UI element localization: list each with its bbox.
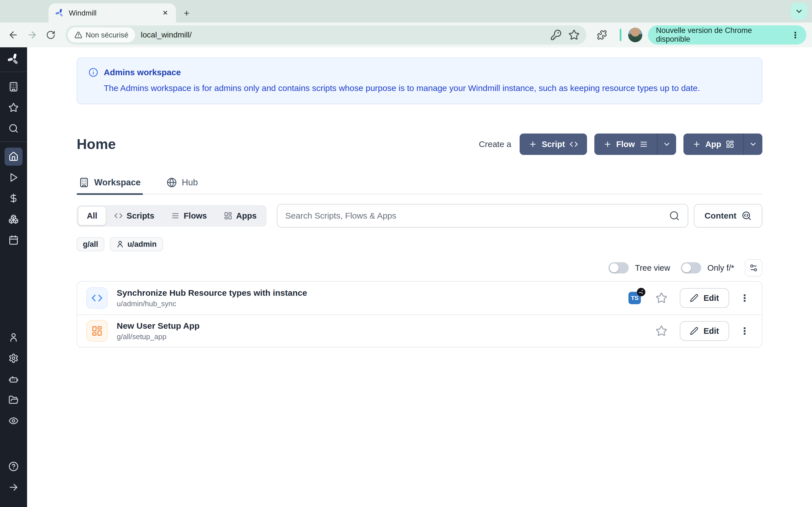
bookmark-star-icon[interactable] xyxy=(568,29,580,41)
forward-button[interactable] xyxy=(24,27,40,43)
browser-window: Windmill ✕ + Non sécurisé local_windmill… xyxy=(0,0,812,507)
url-bar[interactable]: Non sécurisé local_windmill/ xyxy=(65,25,587,45)
flow-dropdown-button[interactable] xyxy=(657,133,676,155)
sidebar-item-search[interactable] xyxy=(4,119,22,137)
list-item-setup-app[interactable]: New User Setup App g/all/setup_app Edit xyxy=(77,314,762,347)
sidebar-item-schedules[interactable] xyxy=(4,231,22,249)
app-dropdown-button[interactable] xyxy=(743,133,762,155)
search-code-icon xyxy=(742,211,752,221)
password-key-icon[interactable] xyxy=(550,29,562,41)
sidebar-divider xyxy=(0,71,27,72)
edit-button-label: Edit xyxy=(703,293,719,303)
boxes-icon xyxy=(8,214,18,224)
windmill-logo xyxy=(7,53,20,65)
sidebar-item-runs[interactable] xyxy=(4,168,22,186)
arrow-right-icon xyxy=(27,30,38,40)
content-search-button[interactable]: Content xyxy=(694,204,762,228)
browser-tab-windmill[interactable]: Windmill ✕ xyxy=(49,3,176,22)
sidebar-item-users[interactable] xyxy=(4,328,22,346)
star-icon xyxy=(8,103,18,113)
page-title: Home xyxy=(77,136,116,152)
create-flow-button[interactable]: Flow xyxy=(594,133,676,155)
tab-hub[interactable]: Hub xyxy=(164,177,200,194)
robot-icon xyxy=(8,374,18,384)
security-chip[interactable]: Non sécurisé xyxy=(68,27,135,43)
chrome-menu-icon[interactable]: ⋮ xyxy=(789,30,802,40)
chevron-down-icon xyxy=(795,7,804,16)
filter-flows[interactable]: Flows xyxy=(163,207,215,225)
edit-button[interactable]: Edit xyxy=(680,288,729,308)
code-icon xyxy=(114,212,123,220)
flow-bars-icon xyxy=(171,212,180,220)
item-path: g/all/setup_app xyxy=(117,332,656,341)
tab-title: Windmill xyxy=(69,9,160,17)
dashboard-grid-icon xyxy=(224,212,232,220)
search-icon xyxy=(8,123,18,133)
tree-view-toggle[interactable] xyxy=(608,262,629,274)
create-app-button[interactable]: App xyxy=(683,133,762,155)
flow-bars-icon xyxy=(640,140,648,149)
sidebar xyxy=(0,47,27,507)
search-input[interactable] xyxy=(285,211,669,221)
favorite-star-button[interactable] xyxy=(656,325,667,337)
script-button-label: Script xyxy=(542,140,565,149)
edit-button[interactable]: Edit xyxy=(680,321,729,341)
sidebar-item-folders[interactable] xyxy=(4,391,22,409)
sidebar-item-home[interactable] xyxy=(4,148,22,166)
tree-view-label: Tree view xyxy=(635,263,670,273)
sidebar-item-workers[interactable] xyxy=(4,370,22,388)
item-menu-button[interactable]: ⋮ xyxy=(737,291,753,305)
warning-icon xyxy=(74,31,82,39)
only-f-toggle[interactable] xyxy=(681,262,701,274)
tab-hub-label: Hub xyxy=(182,177,198,187)
plus-icon xyxy=(603,140,612,149)
sidebar-item-help[interactable] xyxy=(4,457,22,475)
app-type-icon xyxy=(86,320,108,342)
filter-apps-label: Apps xyxy=(236,211,257,221)
item-title[interactable]: Synchronize Hub Resource types with inst… xyxy=(117,288,628,298)
tab-search-button[interactable] xyxy=(791,3,808,20)
deno-logo xyxy=(637,288,645,296)
back-button[interactable] xyxy=(6,27,21,43)
filter-scripts[interactable]: Scripts xyxy=(106,207,163,225)
dashboard-grid-icon xyxy=(91,325,103,337)
favorite-star-button[interactable] xyxy=(656,292,667,304)
sidebar-item-audit-logs[interactable] xyxy=(4,412,22,430)
sidebar-item-variables[interactable] xyxy=(4,189,22,207)
tab-workspace[interactable]: Workspace xyxy=(77,177,143,194)
list-display-settings-button[interactable] xyxy=(745,259,762,277)
filter-all[interactable]: All xyxy=(79,207,106,225)
chrome-update-button[interactable]: Nouvelle version de Chrome disponible ⋮ xyxy=(648,25,806,45)
filter-apps[interactable]: Apps xyxy=(215,207,265,225)
building-icon xyxy=(8,82,18,92)
owner-badge-u-admin[interactable]: u/admin xyxy=(110,237,163,251)
language-badge: TS xyxy=(628,292,641,304)
sidebar-expand-button[interactable] xyxy=(4,478,22,496)
reload-button[interactable] xyxy=(43,27,59,43)
search-box[interactable] xyxy=(277,204,688,228)
sidebar-item-resources[interactable] xyxy=(4,210,22,228)
create-script-button[interactable]: Script xyxy=(520,133,587,155)
app-shell: Admins workspace The Admins workspace is… xyxy=(0,47,812,507)
item-menu-button[interactable]: ⋮ xyxy=(737,324,753,338)
extensions-button[interactable] xyxy=(594,27,610,43)
chevron-down-icon xyxy=(749,140,757,149)
tab-strip: Windmill ✕ + xyxy=(0,0,812,22)
profile-avatar[interactable] xyxy=(628,27,643,42)
sidebar-item-favorites[interactable] xyxy=(4,99,22,117)
dashboard-grid-icon xyxy=(726,140,734,149)
plus-icon xyxy=(693,140,701,149)
banner-body: The Admins workspace is for admins only … xyxy=(104,83,751,93)
sidebar-item-workspaces[interactable] xyxy=(4,78,22,96)
toolbar-divider xyxy=(620,29,621,41)
home-icon xyxy=(8,152,18,162)
list-item-hub-sync[interactable]: Synchronize Hub Resource types with inst… xyxy=(77,282,762,314)
close-tab-icon[interactable]: ✕ xyxy=(160,8,170,18)
new-tab-button[interactable]: + xyxy=(184,8,190,18)
sidebar-item-settings[interactable] xyxy=(4,349,22,367)
url-text[interactable]: local_windmill/ xyxy=(141,31,543,40)
gear-icon xyxy=(8,353,18,363)
item-title[interactable]: New User Setup App xyxy=(117,321,656,331)
owner-badge-g-all[interactable]: g/all xyxy=(77,237,104,251)
user-icon xyxy=(116,240,124,248)
